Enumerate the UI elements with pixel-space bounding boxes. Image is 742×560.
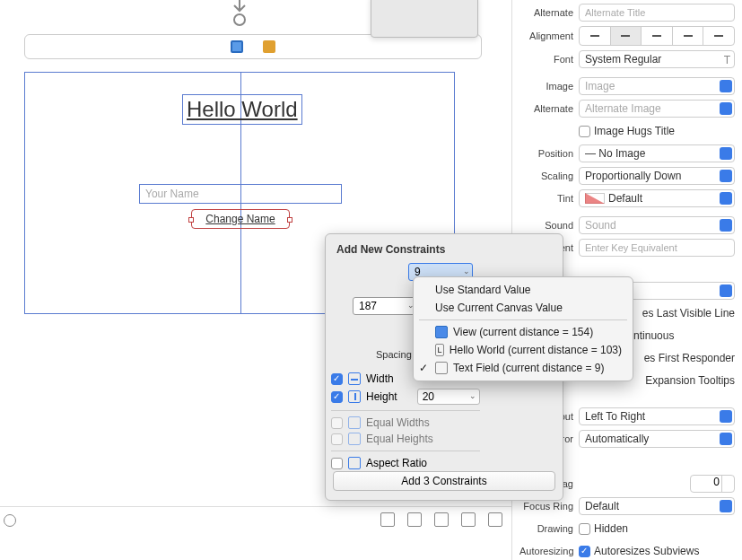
- autoresizes-label: Autoresizes Subviews: [594, 545, 699, 557]
- label-alternate: Alternate: [519, 7, 573, 18]
- label-image: Image: [519, 81, 573, 92]
- svg-point-0: [234, 14, 245, 25]
- text-field-icon: [435, 362, 448, 374]
- tint-swatch-icon: [585, 193, 605, 204]
- font-picker-icon[interactable]: T: [724, 54, 730, 66]
- dropdown-icon[interactable]: [720, 410, 732, 423]
- spacing-label: Spacing: [376, 349, 412, 360]
- image-hugs-checkbox[interactable]: [579, 126, 590, 137]
- menu-item-hello-world[interactable]: LHello World (current distance = 103): [414, 341, 633, 359]
- width-icon: [348, 372, 361, 385]
- aspect-ratio-label: Aspect Ratio: [366, 457, 427, 469]
- scaling-select[interactable]: Proportionally Down: [579, 167, 735, 185]
- canvas-bottom-toolbar: [0, 506, 511, 531]
- canvas-toolbar: [24, 34, 482, 59]
- name-text-field[interactable]: Your Name: [139, 184, 342, 204]
- height-value-field[interactable]: 20⌄: [417, 389, 480, 405]
- chevron-down-icon[interactable]: ⌄: [463, 267, 470, 276]
- menu-use-current-canvas[interactable]: Use Current Canvas Value: [414, 299, 633, 317]
- pin-icon[interactable]: [434, 512, 449, 527]
- width-label: Width: [366, 372, 394, 385]
- chevron-down-icon[interactable]: ⌄: [469, 391, 476, 400]
- alignment-segmented[interactable]: [579, 26, 735, 46]
- width-checkbox[interactable]: [331, 373, 343, 385]
- expansion-label: Expansion Tooltips: [645, 374, 735, 387]
- hidden-checkbox[interactable]: [579, 523, 590, 535]
- sound-select[interactable]: Sound: [579, 216, 735, 234]
- embed-icon[interactable]: [488, 512, 502, 527]
- checkmark-icon: ✓: [419, 362, 428, 374]
- tint-select[interactable]: Default: [579, 189, 735, 207]
- spacing-neighbor-menu: Use Standard Value Use Current Canvas Va…: [413, 276, 633, 381]
- alt-image-select[interactable]: Alternate Image: [579, 100, 735, 118]
- dropdown-icon[interactable]: [720, 170, 732, 182]
- dropdown-icon[interactable]: [720, 147, 732, 160]
- popover-title: Add New Constraints: [336, 243, 552, 256]
- align-center-icon[interactable]: [611, 27, 642, 45]
- align-justify-icon[interactable]: [673, 27, 704, 45]
- equal-heights-label: Equal Heights: [366, 433, 433, 445]
- key-equiv-field[interactable]: Enter Key Equivalent: [579, 239, 735, 257]
- layout-select[interactable]: Left To Right: [579, 407, 735, 425]
- equal-widths-label: Equal Widths: [366, 416, 430, 429]
- left-spacing-field[interactable]: 187⌄: [353, 297, 417, 315]
- stepper-icon[interactable]: [721, 476, 734, 492]
- menu-use-standard[interactable]: Use Standard Value: [414, 281, 633, 299]
- height-icon: [348, 390, 361, 403]
- view-icon: [435, 326, 448, 338]
- label-alignment: Alignment: [519, 31, 573, 41]
- label-font: Font: [519, 54, 573, 65]
- view-icon[interactable]: [231, 40, 243, 53]
- align-natural-icon[interactable]: [703, 27, 734, 45]
- alternate-title-field[interactable]: Alternate Title: [579, 4, 735, 22]
- update-frames-icon[interactable]: [380, 512, 395, 527]
- font-field[interactable]: System RegularT: [579, 50, 735, 68]
- align-left-icon[interactable]: [580, 27, 611, 45]
- image-select[interactable]: Image: [579, 77, 735, 95]
- preview-thumbnail: [371, 0, 478, 38]
- resize-handle-right[interactable]: [287, 217, 292, 223]
- menu-item-text-field[interactable]: ✓Text Field (current distance = 9): [414, 359, 633, 377]
- image-hugs-label: Image Hugs Title: [594, 125, 675, 137]
- label-drawing: Drawing: [519, 523, 573, 534]
- add-constraints-button[interactable]: Add 3 Constraints: [333, 471, 555, 491]
- equal-widths-checkbox[interactable]: [331, 417, 343, 429]
- equal-widths-icon: [348, 416, 361, 429]
- resolve-icon[interactable]: [461, 512, 476, 527]
- anchor-down-icon: [226, 0, 253, 27]
- aspect-ratio-icon: [348, 457, 361, 469]
- label-focus-ring: Focus Ring: [519, 501, 573, 512]
- align-right-icon[interactable]: [642, 27, 673, 45]
- dropdown-icon[interactable]: [720, 433, 732, 445]
- object-icon[interactable]: [263, 40, 275, 53]
- align-icon[interactable]: [407, 512, 422, 527]
- dropdown-icon[interactable]: [720, 219, 732, 232]
- truncates-label: es Last Visible Line: [642, 307, 735, 319]
- dropdown-icon[interactable]: [720, 102, 732, 115]
- height-label: Height: [366, 390, 397, 403]
- mirror-select[interactable]: Automatically: [579, 430, 735, 448]
- change-name-button-label: Change Name: [205, 213, 275, 225]
- label-icon: L: [435, 344, 444, 356]
- focus-ring-select[interactable]: Default: [579, 497, 735, 515]
- dropdown-icon[interactable]: [720, 80, 732, 92]
- change-name-button[interactable]: Change Name: [191, 209, 290, 229]
- height-checkbox[interactable]: [331, 391, 343, 403]
- position-select[interactable]: — No Image: [579, 144, 735, 162]
- hidden-label: Hidden: [594, 522, 628, 535]
- label-sound: Sound: [519, 220, 573, 231]
- dropdown-icon[interactable]: [720, 284, 732, 297]
- hello-world-label[interactable]: Hello World: [182, 94, 302, 125]
- label-autoresizing: Autoresizing: [519, 546, 573, 556]
- label-alt-image: Alternate: [519, 103, 573, 114]
- resize-handle-left[interactable]: [188, 217, 194, 223]
- tag-field[interactable]: 0: [690, 475, 735, 493]
- equal-heights-checkbox[interactable]: [331, 433, 343, 445]
- autoresizes-checkbox[interactable]: [579, 546, 590, 557]
- dropdown-icon[interactable]: [720, 192, 732, 205]
- menu-item-view[interactable]: View (current distance = 154): [414, 323, 633, 341]
- refuses-label: es First Responder: [644, 352, 735, 364]
- aspect-ratio-checkbox[interactable]: [331, 458, 343, 469]
- dropdown-icon[interactable]: [720, 500, 732, 512]
- label-position: Position: [519, 148, 573, 159]
